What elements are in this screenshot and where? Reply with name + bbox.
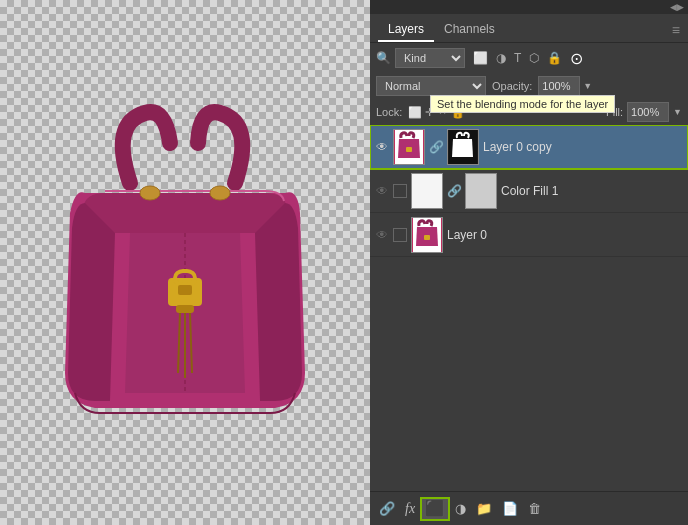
color-fill-color-swatch — [465, 173, 497, 209]
svg-rect-14 — [424, 235, 430, 240]
layer-mask-thumb-0-copy — [447, 129, 479, 165]
group-button[interactable]: 📁 — [473, 500, 495, 517]
layer-item-color-fill-1[interactable]: 👁 🔗 Color Fill 1 — [370, 169, 688, 213]
layer-name-0-copy: Layer 0 copy — [483, 140, 684, 154]
color-fill-thumb — [411, 173, 443, 209]
svg-point-9 — [210, 186, 230, 200]
layer-item-layer-0[interactable]: 👁 Layer 0 — [370, 213, 688, 257]
layer-checkbox-color-fill-1 — [393, 184, 407, 198]
new-layer-button[interactable]: 📄 — [499, 500, 521, 517]
bag-image — [50, 83, 320, 443]
layer-link-icon-0-copy: 🔗 — [429, 140, 444, 154]
canvas-area — [0, 0, 370, 525]
blend-mode-tooltip: Set the blending mode for the layer — [430, 95, 615, 113]
link-button[interactable]: 🔗 — [376, 500, 398, 517]
tab-layers[interactable]: Layers — [378, 18, 434, 42]
layer-item-layer-0-copy[interactable]: 👁 🔗 Layer 0 copy — [370, 125, 688, 169]
visibility-eye-layer-0-copy[interactable]: 👁 — [374, 139, 390, 155]
panel-tabs: Layers Channels ≡ — [370, 14, 688, 43]
opacity-dropdown-arrow[interactable]: ▼ — [583, 81, 592, 91]
canvas-content — [0, 0, 370, 525]
visibility-eye-color-fill-1[interactable]: 👁 — [374, 183, 390, 199]
tab-channels[interactable]: Channels — [434, 18, 505, 42]
filter-kind-select[interactable]: Kind — [395, 48, 465, 68]
fill-dropdown-arrow[interactable]: ▼ — [673, 107, 682, 117]
adjustment-button[interactable]: ◑ — [452, 500, 469, 517]
lock-pixel-icon[interactable]: ⬜ — [408, 106, 422, 119]
panel-menu-icon[interactable]: ≡ — [672, 22, 680, 38]
blend-mode-select[interactable]: Normal Multiply Screen — [376, 76, 486, 96]
filter-pixel-icon[interactable]: ⬜ — [471, 49, 490, 68]
filter-shape-icon[interactable]: ⬡ — [527, 49, 541, 68]
layer-link-icon-color-fill: 🔗 — [447, 184, 462, 198]
panels-area: ◀▶ Layers Channels ≡ 🔍 Kind ⬜ ◑ T ⬡ 🔒 ⊙ … — [370, 0, 688, 525]
filter-type-icon[interactable]: T — [512, 49, 523, 68]
layer-checkbox-layer-0 — [393, 228, 407, 242]
bottom-toolbar: 🔗 fx ⬛ ◑ 📁 📄 🗑 — [370, 491, 688, 525]
filter-icons-group: ⬜ ◑ T ⬡ 🔒 ⊙ — [471, 49, 585, 68]
svg-rect-4 — [176, 305, 194, 313]
fx-button[interactable]: fx — [402, 500, 418, 518]
fill-input[interactable] — [627, 102, 669, 122]
lock-row: Lock: ⬜ ✛ ↔ 🔒 Set the blending mode for … — [370, 99, 688, 125]
opacity-input[interactable] — [538, 76, 580, 96]
layer-thumb-layer-0-copy — [393, 129, 425, 165]
resize-arrows: ◀▶ — [670, 2, 684, 12]
filter-adjust-icon[interactable]: ◑ — [494, 49, 508, 68]
top-bar: ◀▶ — [370, 0, 688, 14]
svg-rect-3 — [178, 285, 192, 295]
filter-smart-icon[interactable]: 🔒 — [545, 49, 564, 68]
layers-list: 👁 🔗 Layer 0 copy — [370, 125, 688, 491]
lock-label: Lock: — [376, 106, 402, 118]
layer-name-color-fill-1: Color Fill 1 — [501, 184, 684, 198]
delete-button[interactable]: 🗑 — [525, 500, 544, 517]
filter-toggle-icon[interactable]: ⊙ — [568, 49, 585, 68]
filter-search-icon: 🔍 — [376, 51, 391, 65]
opacity-label: Opacity: — [492, 80, 532, 92]
svg-rect-11 — [406, 147, 412, 152]
layer-name-0: Layer 0 — [447, 228, 684, 242]
svg-point-8 — [140, 186, 160, 200]
layer-thumb-layer-0 — [411, 217, 443, 253]
mask-button[interactable]: ⬛ — [422, 499, 448, 519]
visibility-eye-layer-0[interactable]: 👁 — [374, 227, 390, 243]
filter-row: 🔍 Kind ⬜ ◑ T ⬡ 🔒 ⊙ — [370, 43, 688, 73]
